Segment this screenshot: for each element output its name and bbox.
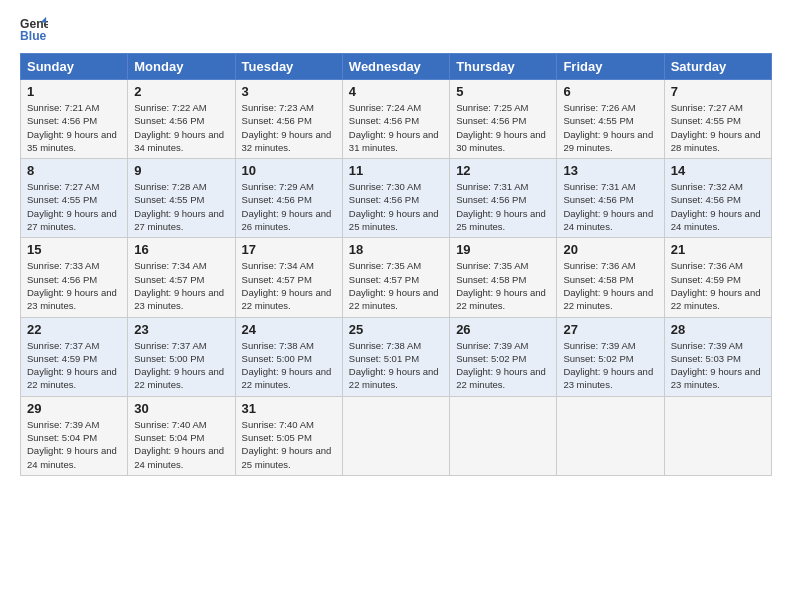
calendar-day-cell: 3 Sunrise: 7:23 AMSunset: 4:56 PMDayligh… — [235, 80, 342, 159]
weekday-header: Wednesday — [342, 54, 449, 80]
day-info: Sunrise: 7:26 AMSunset: 4:55 PMDaylight:… — [563, 102, 653, 153]
calendar-day-cell: 8 Sunrise: 7:27 AMSunset: 4:55 PMDayligh… — [21, 159, 128, 238]
day-number: 9 — [134, 163, 228, 178]
day-number: 20 — [563, 242, 657, 257]
day-number: 24 — [242, 322, 336, 337]
calendar-day-cell: 10 Sunrise: 7:29 AMSunset: 4:56 PMDaylig… — [235, 159, 342, 238]
calendar-day-cell: 4 Sunrise: 7:24 AMSunset: 4:56 PMDayligh… — [342, 80, 449, 159]
calendar-day-cell: 16 Sunrise: 7:34 AMSunset: 4:57 PMDaylig… — [128, 238, 235, 317]
day-info: Sunrise: 7:31 AMSunset: 4:56 PMDaylight:… — [563, 181, 653, 232]
day-info: Sunrise: 7:31 AMSunset: 4:56 PMDaylight:… — [456, 181, 546, 232]
calendar-day-cell: 27 Sunrise: 7:39 AMSunset: 5:02 PMDaylig… — [557, 317, 664, 396]
day-number: 17 — [242, 242, 336, 257]
day-number: 8 — [27, 163, 121, 178]
calendar-week-row: 29 Sunrise: 7:39 AMSunset: 5:04 PMDaylig… — [21, 396, 772, 475]
day-info: Sunrise: 7:35 AMSunset: 4:58 PMDaylight:… — [456, 260, 546, 311]
calendar-header: General Blue — [20, 15, 772, 43]
day-number: 11 — [349, 163, 443, 178]
day-info: Sunrise: 7:23 AMSunset: 4:56 PMDaylight:… — [242, 102, 332, 153]
day-info: Sunrise: 7:34 AMSunset: 4:57 PMDaylight:… — [134, 260, 224, 311]
calendar-day-cell — [450, 396, 557, 475]
svg-text:Blue: Blue — [20, 29, 47, 43]
day-info: Sunrise: 7:27 AMSunset: 4:55 PMDaylight:… — [27, 181, 117, 232]
calendar-day-cell: 17 Sunrise: 7:34 AMSunset: 4:57 PMDaylig… — [235, 238, 342, 317]
day-info: Sunrise: 7:38 AMSunset: 5:00 PMDaylight:… — [242, 340, 332, 391]
calendar-day-cell: 7 Sunrise: 7:27 AMSunset: 4:55 PMDayligh… — [664, 80, 771, 159]
weekday-header: Sunday — [21, 54, 128, 80]
calendar-day-cell: 12 Sunrise: 7:31 AMSunset: 4:56 PMDaylig… — [450, 159, 557, 238]
day-info: Sunrise: 7:24 AMSunset: 4:56 PMDaylight:… — [349, 102, 439, 153]
calendar-day-cell: 15 Sunrise: 7:33 AMSunset: 4:56 PMDaylig… — [21, 238, 128, 317]
weekday-header: Saturday — [664, 54, 771, 80]
day-info: Sunrise: 7:39 AMSunset: 5:04 PMDaylight:… — [27, 419, 117, 470]
calendar-day-cell — [342, 396, 449, 475]
calendar-day-cell: 1 Sunrise: 7:21 AMSunset: 4:56 PMDayligh… — [21, 80, 128, 159]
calendar-day-cell: 28 Sunrise: 7:39 AMSunset: 5:03 PMDaylig… — [664, 317, 771, 396]
calendar-day-cell — [664, 396, 771, 475]
day-number: 6 — [563, 84, 657, 99]
calendar-week-row: 22 Sunrise: 7:37 AMSunset: 4:59 PMDaylig… — [21, 317, 772, 396]
day-number: 22 — [27, 322, 121, 337]
day-number: 1 — [27, 84, 121, 99]
day-info: Sunrise: 7:32 AMSunset: 4:56 PMDaylight:… — [671, 181, 761, 232]
calendar-day-cell: 19 Sunrise: 7:35 AMSunset: 4:58 PMDaylig… — [450, 238, 557, 317]
calendar-day-cell: 31 Sunrise: 7:40 AMSunset: 5:05 PMDaylig… — [235, 396, 342, 475]
day-number: 15 — [27, 242, 121, 257]
day-number: 13 — [563, 163, 657, 178]
day-number: 26 — [456, 322, 550, 337]
calendar-day-cell: 5 Sunrise: 7:25 AMSunset: 4:56 PMDayligh… — [450, 80, 557, 159]
calendar-day-cell: 20 Sunrise: 7:36 AMSunset: 4:58 PMDaylig… — [557, 238, 664, 317]
day-number: 23 — [134, 322, 228, 337]
calendar-week-row: 15 Sunrise: 7:33 AMSunset: 4:56 PMDaylig… — [21, 238, 772, 317]
day-info: Sunrise: 7:37 AMSunset: 5:00 PMDaylight:… — [134, 340, 224, 391]
day-info: Sunrise: 7:40 AMSunset: 5:05 PMDaylight:… — [242, 419, 332, 470]
day-info: Sunrise: 7:21 AMSunset: 4:56 PMDaylight:… — [27, 102, 117, 153]
day-number: 3 — [242, 84, 336, 99]
calendar-day-cell: 21 Sunrise: 7:36 AMSunset: 4:59 PMDaylig… — [664, 238, 771, 317]
calendar-day-cell: 11 Sunrise: 7:30 AMSunset: 4:56 PMDaylig… — [342, 159, 449, 238]
calendar-day-cell: 13 Sunrise: 7:31 AMSunset: 4:56 PMDaylig… — [557, 159, 664, 238]
day-number: 5 — [456, 84, 550, 99]
logo: General Blue — [20, 15, 48, 43]
day-number: 27 — [563, 322, 657, 337]
calendar-day-cell: 9 Sunrise: 7:28 AMSunset: 4:55 PMDayligh… — [128, 159, 235, 238]
day-number: 2 — [134, 84, 228, 99]
day-number: 10 — [242, 163, 336, 178]
calendar-day-cell: 26 Sunrise: 7:39 AMSunset: 5:02 PMDaylig… — [450, 317, 557, 396]
day-number: 7 — [671, 84, 765, 99]
calendar-day-cell: 24 Sunrise: 7:38 AMSunset: 5:00 PMDaylig… — [235, 317, 342, 396]
day-info: Sunrise: 7:28 AMSunset: 4:55 PMDaylight:… — [134, 181, 224, 232]
day-number: 31 — [242, 401, 336, 416]
calendar-day-cell: 2 Sunrise: 7:22 AMSunset: 4:56 PMDayligh… — [128, 80, 235, 159]
weekday-header: Thursday — [450, 54, 557, 80]
day-info: Sunrise: 7:33 AMSunset: 4:56 PMDaylight:… — [27, 260, 117, 311]
day-number: 4 — [349, 84, 443, 99]
day-info: Sunrise: 7:40 AMSunset: 5:04 PMDaylight:… — [134, 419, 224, 470]
calendar-day-cell: 29 Sunrise: 7:39 AMSunset: 5:04 PMDaylig… — [21, 396, 128, 475]
logo-icon: General Blue — [20, 15, 48, 43]
day-number: 12 — [456, 163, 550, 178]
calendar-week-row: 1 Sunrise: 7:21 AMSunset: 4:56 PMDayligh… — [21, 80, 772, 159]
calendar-header-row: SundayMondayTuesdayWednesdayThursdayFrid… — [21, 54, 772, 80]
day-info: Sunrise: 7:30 AMSunset: 4:56 PMDaylight:… — [349, 181, 439, 232]
day-info: Sunrise: 7:39 AMSunset: 5:03 PMDaylight:… — [671, 340, 761, 391]
calendar-week-row: 8 Sunrise: 7:27 AMSunset: 4:55 PMDayligh… — [21, 159, 772, 238]
day-number: 25 — [349, 322, 443, 337]
weekday-header: Tuesday — [235, 54, 342, 80]
day-info: Sunrise: 7:36 AMSunset: 4:58 PMDaylight:… — [563, 260, 653, 311]
day-info: Sunrise: 7:22 AMSunset: 4:56 PMDaylight:… — [134, 102, 224, 153]
calendar-day-cell: 6 Sunrise: 7:26 AMSunset: 4:55 PMDayligh… — [557, 80, 664, 159]
day-info: Sunrise: 7:37 AMSunset: 4:59 PMDaylight:… — [27, 340, 117, 391]
day-info: Sunrise: 7:38 AMSunset: 5:01 PMDaylight:… — [349, 340, 439, 391]
day-number: 18 — [349, 242, 443, 257]
day-number: 21 — [671, 242, 765, 257]
weekday-header: Friday — [557, 54, 664, 80]
day-info: Sunrise: 7:29 AMSunset: 4:56 PMDaylight:… — [242, 181, 332, 232]
weekday-header: Monday — [128, 54, 235, 80]
day-number: 30 — [134, 401, 228, 416]
calendar-day-cell: 30 Sunrise: 7:40 AMSunset: 5:04 PMDaylig… — [128, 396, 235, 475]
calendar-day-cell: 25 Sunrise: 7:38 AMSunset: 5:01 PMDaylig… — [342, 317, 449, 396]
calendar-day-cell: 22 Sunrise: 7:37 AMSunset: 4:59 PMDaylig… — [21, 317, 128, 396]
calendar-day-cell: 18 Sunrise: 7:35 AMSunset: 4:57 PMDaylig… — [342, 238, 449, 317]
day-number: 28 — [671, 322, 765, 337]
